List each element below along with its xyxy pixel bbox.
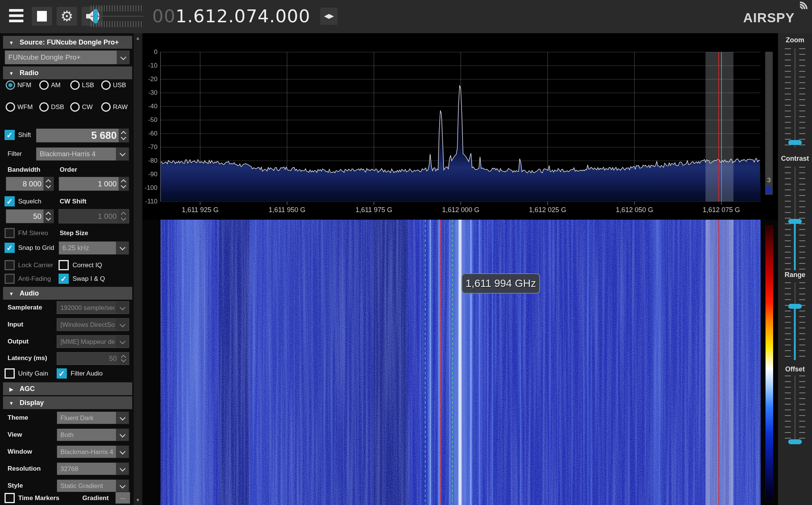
latency-field: 50 xyxy=(57,352,129,365)
frequency-tick-label: 1,612 075 G xyxy=(702,206,740,214)
swap-iq-checkbox[interactable]: ✓ xyxy=(59,274,69,284)
waterfall-marker-green-dashed xyxy=(425,220,426,505)
display-adjust-panel: ZoomContrastRangeOffset xyxy=(778,33,812,505)
unity-gain-checkbox[interactable] xyxy=(5,368,15,379)
output-select: [MME] Mappeur de xyxy=(57,335,129,348)
gradient-edit-button[interactable]: ... xyxy=(115,492,130,504)
window-select[interactable]: Blackman-Harris 4 xyxy=(57,445,129,458)
resolution-select[interactable]: 32768 xyxy=(57,462,129,475)
output-label: Output xyxy=(8,338,29,345)
waterfall-signal-line xyxy=(588,220,588,505)
scroll-down-icon[interactable]: ▼ xyxy=(134,497,142,503)
agc-section-header[interactable]: ▶AGC xyxy=(3,382,132,395)
step-size-select[interactable]: 6.25 kHz xyxy=(59,241,129,255)
theme-label: Theme xyxy=(8,414,28,422)
waterfall-signal-line xyxy=(430,220,431,505)
slider-tick-marks xyxy=(799,167,805,269)
window-value: Blackman-Harris 4 xyxy=(60,446,114,458)
theme-value: Fluent Dark xyxy=(60,412,114,424)
slider-tick-marks xyxy=(799,48,805,147)
waterfall-signal-line xyxy=(480,220,481,505)
chevron-down-icon xyxy=(120,339,126,345)
db-tick-label: -50 xyxy=(135,116,157,124)
resolution-value: 32768 xyxy=(60,463,114,475)
db-tick-label: -10 xyxy=(135,62,157,69)
snap-to-grid-label: Snap to Grid xyxy=(18,244,54,252)
dropdown-button[interactable] xyxy=(116,480,129,492)
step-size-value: 6.25 kHz xyxy=(62,242,114,254)
dropdown-button[interactable] xyxy=(116,242,129,254)
slider-tick-marks xyxy=(785,167,791,269)
db-tick-label: -100 xyxy=(135,184,157,192)
filter-audio-checkbox[interactable]: ✓ xyxy=(57,368,67,379)
samplerate-select: 192000 sample/sec xyxy=(57,301,129,314)
db-tick-label: -20 xyxy=(135,75,157,83)
style-value: Static Gradient xyxy=(60,480,114,492)
frequency-tick-label: 1,612 025 G xyxy=(529,206,566,214)
spectrum-plot[interactable] xyxy=(0,0,812,226)
waterfall-display[interactable]: 1,611 994 GHz xyxy=(161,220,761,505)
waterfall-signal-column xyxy=(457,220,463,505)
band-edge xyxy=(729,220,733,505)
db-tick-label: -60 xyxy=(135,130,157,137)
resolution-label: Resolution xyxy=(8,465,41,473)
output-value: [MME] Mappeur de xyxy=(60,336,114,348)
samplerate-value: 192000 sample/sec xyxy=(60,302,114,314)
slider-label-zoom: Zoom xyxy=(778,36,812,44)
dropdown-button[interactable] xyxy=(116,446,129,458)
swap-iq-label: Swap I & Q xyxy=(73,275,105,283)
time-markers-label: Time Markers xyxy=(18,494,59,502)
unity-gain-label: Unity Gain xyxy=(18,370,48,377)
dropdown-button[interactable] xyxy=(116,429,129,441)
slider-track-offset[interactable] xyxy=(795,376,795,443)
tuned-frequency-line[interactable] xyxy=(718,52,719,202)
style-label: Style xyxy=(8,482,23,490)
lock-carrier-label: Lock Carrier xyxy=(18,262,53,269)
band-edge xyxy=(705,220,710,505)
display-section-header[interactable]: ▼Display xyxy=(3,396,132,409)
slider-thumb-range[interactable] xyxy=(788,304,802,309)
waterfall-signal-line xyxy=(487,220,488,505)
slider-tick-marks xyxy=(799,376,805,443)
db-tick-label: -110 xyxy=(135,198,157,205)
slider-track-zoom[interactable] xyxy=(795,48,795,147)
frequency-tick-label: 1,611 950 G xyxy=(269,206,306,214)
dropdown-button[interactable] xyxy=(116,412,129,424)
snap-to-grid-checkbox[interactable]: ✓ xyxy=(5,243,15,253)
style-select[interactable]: Static Gradient xyxy=(57,479,129,492)
band-indicator-value: 3 xyxy=(765,177,773,184)
tuning-band-overlay[interactable] xyxy=(705,52,733,202)
input-value: [Windows DirectSou xyxy=(60,319,114,331)
window-label: Window xyxy=(8,448,32,456)
slider-fill xyxy=(794,308,796,360)
anti-fading-label: Anti-Fading xyxy=(18,275,51,283)
waterfall-signal-glow xyxy=(649,220,665,505)
theme-select[interactable]: Fluent Dark xyxy=(57,411,129,424)
dropdown-button[interactable] xyxy=(116,463,129,475)
waterfall-zone: 1,611 994 GHz xyxy=(143,220,778,505)
band-indicator-bar[interactable]: 3 xyxy=(765,52,773,195)
latency-value: 50 xyxy=(59,353,117,365)
waterfall-signal-line xyxy=(438,220,439,505)
waterfall-marker-red xyxy=(440,220,441,505)
slider-thumb-contrast[interactable] xyxy=(788,219,802,224)
time-markers-checkbox[interactable] xyxy=(5,493,15,503)
correct-iq-checkbox[interactable] xyxy=(59,260,69,270)
lock-carrier-checkbox xyxy=(5,260,15,270)
collapse-triangle-icon: ▼ xyxy=(3,288,20,300)
db-tick-label: -40 xyxy=(135,103,157,110)
collapse-triangle-icon: ▼ xyxy=(3,397,20,410)
view-value: Both xyxy=(60,429,114,441)
slider-thumb-zoom[interactable] xyxy=(788,140,802,145)
slider-thumb-offset[interactable] xyxy=(788,439,802,444)
audio-section-header[interactable]: ▼Audio xyxy=(3,287,132,300)
waterfall-gradient-legend xyxy=(765,225,773,501)
tuned-frequency-line[interactable] xyxy=(718,220,719,505)
waterfall-signal-line xyxy=(520,220,521,505)
slider-label-offset: Offset xyxy=(778,365,812,373)
tuning-band-overlay[interactable] xyxy=(705,220,733,505)
view-select[interactable]: Both xyxy=(57,428,129,441)
fm-stereo-label: FM Stereo xyxy=(18,229,48,237)
waterfall-signal-line xyxy=(492,220,493,505)
waterfall-signal-line xyxy=(471,220,471,505)
